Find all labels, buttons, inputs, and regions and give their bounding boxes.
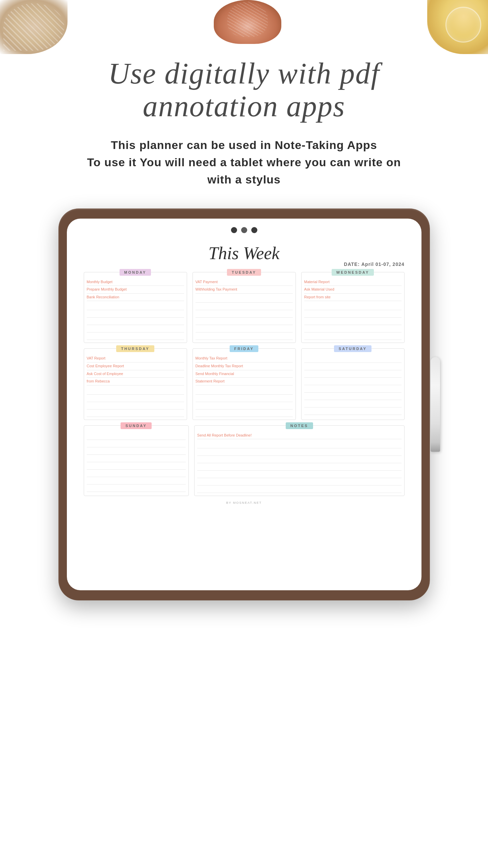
day-block-saturday: SATURDAY	[301, 348, 405, 420]
camera-dot-3	[251, 227, 257, 233]
days-grid-top: MONDAY Monthly Budget Prepare Monthly Bu…	[84, 272, 405, 343]
task-thursday-4: from Rebecca	[87, 378, 184, 386]
deco-center-shell	[214, 0, 281, 44]
task-wednesday-1: Material Report	[304, 279, 402, 286]
days-grid-bottom: SUNDAY NOTES Send All Report Before Dead…	[84, 425, 405, 496]
task-friday-1: Monthly Tax Report	[196, 355, 293, 363]
tablet-outer-frame: This Week DATE: April 01-07, 2024 MONDAY…	[58, 208, 430, 600]
note-item-1: Send All Report Before Deadline!	[197, 432, 402, 440]
task-thursday-3: Ask Cost of Employee	[87, 371, 184, 378]
day-label-monday: MONDAY	[120, 269, 151, 276]
day-label-sunday: SUNDAY	[121, 422, 151, 429]
task-tuesday-1: VAT Payment	[196, 279, 293, 286]
day-label-wednesday: WEDNESDAY	[332, 269, 374, 276]
day-block-monday: MONDAY Monthly Budget Prepare Monthly Bu…	[84, 272, 187, 343]
task-friday-3: Send Monthly Financial	[196, 371, 293, 378]
camera-bar	[74, 225, 415, 235]
planner-content: This Week DATE: April 01-07, 2024 MONDAY…	[74, 240, 415, 512]
camera-dot-1	[231, 227, 237, 233]
deco-right-clock	[427, 0, 488, 54]
day-block-friday: FRIDAY Monthly Tax Report Deadline Month…	[192, 348, 296, 420]
deco-left-clips	[0, 0, 68, 54]
day-label-saturday: SATURDAY	[334, 345, 371, 352]
tablet-screen: This Week DATE: April 01-07, 2024 MONDAY…	[67, 219, 421, 590]
task-thursday-1: VAT Report	[87, 355, 184, 363]
day-label-friday: FRIDAY	[230, 345, 259, 352]
notes-block: NOTES Send All Report Before Deadline!	[194, 425, 405, 496]
task-monday-3: Bank Reconciliation	[87, 294, 184, 301]
stylus	[431, 357, 440, 452]
hero-description: This planner can be used in Note-Taking …	[87, 137, 401, 188]
day-label-notes: NOTES	[286, 422, 313, 429]
planner-footer: BY MOSNEAT.NET	[84, 501, 405, 504]
task-wednesday-2: Ask Material Used	[304, 287, 402, 294]
top-decorations	[0, 0, 488, 54]
task-tuesday-2: Withholding Tax Payment	[196, 287, 293, 294]
task-thursday-2: Cost Employee Report	[87, 363, 184, 370]
task-friday-2: Deadline Monthly Tax Report	[196, 363, 293, 370]
hero-script-title: Use digitally with pdf annotation apps	[108, 57, 380, 123]
camera-dot-2	[241, 227, 247, 233]
day-label-thursday: THURSDAY	[116, 345, 154, 352]
day-block-tuesday: TUESDAY VAT Payment Withholding Tax Paym…	[192, 272, 296, 343]
task-monday-1: Monthly Budget	[87, 279, 184, 286]
day-block-wednesday: WEDNESDAY Material Report Ask Material U…	[301, 272, 405, 343]
task-friday-4: Statement Report	[196, 378, 293, 386]
tablet-wrapper: This Week DATE: April 01-07, 2024 MONDAY…	[58, 208, 430, 600]
day-label-tuesday: TUESDAY	[227, 269, 261, 276]
day-block-sunday: SUNDAY	[84, 425, 189, 496]
day-block-thursday: THURSDAY VAT Report Cost Employee Report…	[84, 348, 187, 420]
task-monday-2: Prepare Monthly Budget	[87, 287, 184, 294]
days-grid-middle: THURSDAY VAT Report Cost Employee Report…	[84, 348, 405, 420]
task-wednesday-3: Report from site	[304, 294, 402, 301]
week-title: This Week	[84, 243, 405, 263]
